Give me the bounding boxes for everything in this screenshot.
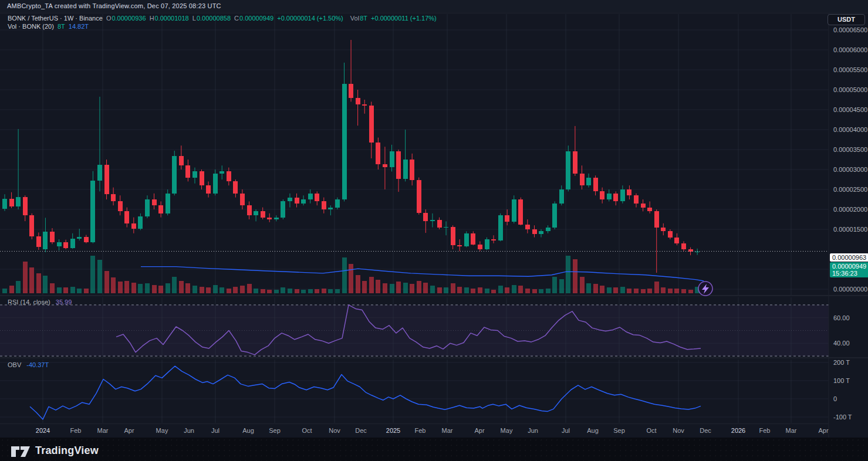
time-axis-year-label: 2024 <box>36 427 50 434</box>
symbol-title: BONK / TetherUS · 1W · Binance <box>8 15 103 22</box>
candle-body <box>124 211 129 223</box>
candle-body <box>627 189 631 195</box>
volume-bar <box>573 259 577 293</box>
rsi-value: 35.99 <box>56 299 72 306</box>
volume-bar <box>383 283 387 293</box>
change-value: +0.00000014 (+1.50%) <box>277 15 343 22</box>
price-axis-label: 0.00000000 <box>833 286 867 293</box>
bar-close-countdown: 15:36:23 <box>832 270 866 277</box>
volume-bar <box>90 256 95 293</box>
candle-body <box>457 245 462 246</box>
attribution-text: AMBCrypto_TA created with TradingView.co… <box>7 2 221 9</box>
volume-bar <box>634 289 639 294</box>
price-axis[interactable]: 0.00000963 0.00000949 15:36:23 0.0000650… <box>829 13 868 423</box>
volume-bar <box>376 280 380 293</box>
price-axis-label: 0.00006000 <box>833 46 867 53</box>
volume-bar <box>227 289 231 294</box>
close-label: C <box>234 15 239 22</box>
volume-bar <box>84 289 89 294</box>
candle-body <box>423 213 428 221</box>
candle-body <box>70 239 75 248</box>
volume-label: Vol <box>350 15 359 22</box>
symbol-legend-row[interactable]: BONK / TetherUS · 1W · Binance O0.000009… <box>8 15 438 22</box>
volume-bar <box>301 290 306 293</box>
candle-body <box>77 237 82 239</box>
time-axis-month-label: Oct <box>646 427 656 434</box>
candle-body <box>158 205 163 213</box>
volume-bar <box>586 283 591 293</box>
volume-bar <box>654 282 659 293</box>
candle-body <box>498 215 503 240</box>
candle-body <box>566 151 570 189</box>
volume-bar <box>166 283 170 293</box>
time-axis[interactable]: 2024FebMarAprMayJunJulAugSepOctNovDec202… <box>0 423 829 438</box>
volume-bar <box>213 285 218 293</box>
candle-body <box>559 189 564 204</box>
high-value: 0.00001018 <box>155 15 189 22</box>
volume-bar <box>498 286 503 293</box>
volume-bar <box>485 289 489 294</box>
volume-bar <box>580 277 585 293</box>
volume-bar <box>295 289 299 293</box>
volume-bar <box>192 286 197 293</box>
tradingview-wordmark: TradingView <box>35 445 99 457</box>
candle-body <box>206 185 211 194</box>
candle-body <box>131 223 136 229</box>
volume-bar <box>36 273 41 293</box>
candle-body <box>390 151 394 167</box>
chart-canvas[interactable] <box>0 0 868 461</box>
candle-body <box>227 171 231 181</box>
volume-bar <box>43 276 48 293</box>
candle-body <box>322 201 326 209</box>
volume-bar <box>281 287 285 293</box>
price-tag-secondary[interactable]: 0.00000963 <box>830 253 868 262</box>
time-axis-month-label: Nov <box>673 427 684 434</box>
candle-body <box>376 143 380 164</box>
close-value: 0.00000949 <box>239 15 273 22</box>
volume-bar <box>512 285 516 293</box>
volume-indicator-legend-row[interactable]: Vol · BONK (20) 8T 14.82T <box>8 23 90 30</box>
time-axis-month-label: Feb <box>415 427 426 434</box>
obv-label: OBV <box>8 361 21 368</box>
candle-body <box>233 181 238 193</box>
currency-toggle-button[interactable]: USDT <box>828 14 865 25</box>
candle-body <box>471 233 475 245</box>
volume-bar <box>97 260 102 293</box>
tradingview-brand[interactable]: TradingView <box>11 442 99 459</box>
volume-bar <box>247 284 252 293</box>
obv-legend-row[interactable]: OBV -40.37T <box>8 361 49 368</box>
volume-bar <box>328 289 333 293</box>
candle-body <box>600 191 604 199</box>
time-axis-month-label: Mar <box>786 427 797 434</box>
volume-bar <box>607 287 612 293</box>
candle-body <box>36 236 41 247</box>
volume-bar <box>688 290 693 293</box>
volume-bar <box>104 271 109 293</box>
time-axis-year-label: 2026 <box>731 427 745 434</box>
candle-body <box>179 156 184 165</box>
tradingview-logo-icon <box>11 442 31 459</box>
candle-body <box>546 228 550 232</box>
candle-body <box>539 231 543 234</box>
candle-body <box>573 151 577 174</box>
candle-body <box>525 225 530 229</box>
candle-body <box>267 218 272 219</box>
volume-bar <box>200 287 204 293</box>
candle-body <box>654 211 659 227</box>
footer-bar: TradingView <box>0 438 868 461</box>
candle-body <box>464 233 469 246</box>
candle-body <box>254 211 258 215</box>
volume-bar <box>274 290 279 293</box>
candle-body <box>552 204 557 228</box>
candle-body <box>63 242 68 248</box>
current-price-tag[interactable]: 0.00000949 15:36:23 <box>830 262 868 277</box>
candle-body <box>356 98 360 104</box>
volume-bar <box>518 286 523 293</box>
candle-body <box>29 215 34 236</box>
candle-body <box>674 238 679 243</box>
candle-body <box>328 208 333 209</box>
volume-bar <box>179 281 184 293</box>
candle-body <box>261 211 265 217</box>
rsi-legend-row[interactable]: RSI (14, close) 35.99 <box>8 299 72 306</box>
rsi-label: RSI (14, close) <box>8 299 50 306</box>
